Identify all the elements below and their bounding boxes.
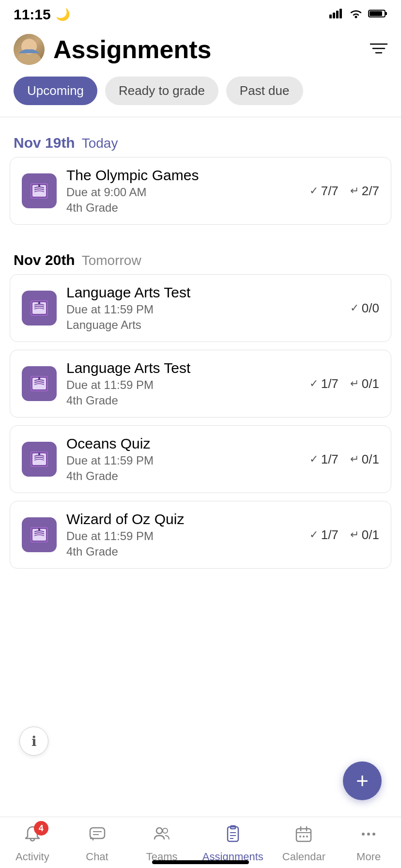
return-icon-oceans: ↵: [350, 453, 359, 465]
svg-rect-24: [38, 377, 40, 380]
assignment-icon-oceans: [22, 442, 57, 477]
nav-icon-wrap-chat: [88, 825, 107, 848]
check-icon-lang-arts-2: ✓: [309, 377, 318, 390]
calendar-icon: [294, 825, 313, 848]
add-assignment-fab[interactable]: +: [343, 761, 382, 800]
tab-upcoming[interactable]: Upcoming: [14, 77, 97, 105]
assignment-icon-lang-arts-1: [22, 291, 57, 326]
check-stat-wizard: ✓ 1/7: [309, 527, 339, 542]
check-icon-olympic: ✓: [309, 185, 318, 197]
filter-icon[interactable]: [370, 41, 387, 59]
section-nov20-header: Nov 20th Tomorrow: [0, 244, 401, 274]
nav-icon-wrap-activity: 4: [23, 825, 42, 848]
nav-icon-wrap-assignments: [224, 825, 242, 848]
assignment-title-lang-arts-1: Language Arts Test: [66, 284, 340, 301]
assignment-stats-lang-arts-2: ✓ 1/7 ↵ 0/1: [309, 376, 379, 391]
home-indicator: [152, 860, 249, 864]
svg-rect-1: [333, 13, 335, 18]
more-icon: [359, 825, 378, 848]
svg-point-50: [362, 833, 365, 836]
return-value-oceans: 0/1: [362, 452, 379, 467]
status-time: 11:15: [14, 6, 51, 23]
return-icon-olympic: ↵: [350, 185, 359, 197]
assignment-due-olympic: Due at 9:00 AM: [66, 186, 300, 199]
check-value-olympic: 7/7: [321, 184, 339, 199]
svg-point-51: [367, 833, 370, 836]
assignments-icon: [224, 825, 242, 848]
assignment-class-lang-arts-1: Language Arts: [66, 318, 340, 332]
assignment-card-lang-arts-2[interactable]: Language Arts Test Due at 11:59 PM 4th G…: [10, 350, 391, 418]
assignment-stats-lang-arts-1: ✓ 0/0: [350, 301, 379, 316]
assignment-title-lang-arts-2: Language Arts Test: [66, 360, 300, 376]
check-value-lang-arts-1: 0/0: [362, 301, 379, 316]
assignment-info-lang-arts-2: Language Arts Test Due at 11:59 PM 4th G…: [66, 360, 300, 407]
assignments-nov19: The Olympic Games Due at 9:00 AM 4th Gra…: [0, 157, 401, 232]
assignment-card-lang-arts-1[interactable]: Language Arts Test Due at 11:59 PM Langu…: [10, 274, 391, 342]
plus-icon: +: [356, 770, 369, 791]
assignment-stats-olympic: ✓ 7/7 ↵ 2/7: [309, 184, 379, 199]
assignment-icon-olympic: [22, 173, 57, 208]
return-stat-oceans: ↵ 0/1: [350, 452, 379, 467]
check-stat-lang-arts-1: ✓ 0/0: [350, 301, 379, 316]
svg-rect-7: [370, 11, 382, 16]
assignment-info-olympic: The Olympic Games Due at 9:00 AM 4th Gra…: [66, 167, 300, 215]
assignment-stats-wizard: ✓ 1/7 ↵ 0/1: [309, 527, 379, 542]
assignment-title-oceans: Oceans Quiz: [66, 435, 300, 452]
assignment-card-olympic-games[interactable]: The Olympic Games Due at 9:00 AM 4th Gra…: [10, 157, 391, 225]
status-icons: [329, 8, 387, 21]
assignment-info-lang-arts-1: Language Arts Test Due at 11:59 PM Langu…: [66, 284, 340, 332]
status-bar: 11:15 🌙: [0, 0, 401, 26]
section-nov19-label: Today: [82, 136, 118, 151]
chat-icon: [88, 825, 107, 848]
assignment-card-wizard-quiz[interactable]: Wizard of Oz Quiz Due at 11:59 PM 4th Gr…: [10, 501, 391, 569]
svg-rect-28: [38, 452, 40, 455]
assignment-card-oceans-quiz[interactable]: Oceans Quiz Due at 11:59 PM 4th Grade ✓ …: [10, 425, 391, 493]
return-value-wizard: 0/1: [362, 527, 379, 542]
svg-rect-16: [38, 184, 40, 187]
assignment-stats-oceans: ✓ 1/7 ↵ 0/1: [309, 452, 379, 467]
header-left: Assignments: [14, 34, 212, 65]
tab-past-due[interactable]: Past due: [226, 77, 303, 105]
nav-icon-wrap-more: [359, 825, 378, 848]
nav-label-more: More: [356, 851, 381, 863]
check-stat-lang-arts-2: ✓ 1/7: [309, 376, 339, 391]
svg-point-52: [372, 833, 375, 836]
moon-icon: 🌙: [56, 8, 70, 21]
assignment-class-lang-arts-2: 4th Grade: [66, 394, 300, 407]
section-nov19-date: Nov 19th: [14, 135, 75, 151]
nav-label-calendar: Calendar: [282, 851, 325, 863]
check-value-lang-arts-2: 1/7: [321, 376, 339, 391]
return-stat-olympic: ↵ 2/7: [350, 184, 379, 199]
nav-item-more[interactable]: More: [344, 825, 393, 863]
section-nov19-header: Nov 19th Today: [0, 127, 401, 157]
nav-item-assignments[interactable]: Assignments: [202, 825, 263, 863]
assignment-due-lang-arts-1: Due at 11:59 PM: [66, 303, 340, 316]
info-button[interactable]: ℹ: [19, 727, 48, 756]
svg-point-49: [306, 836, 308, 837]
assignment-icon-lang-arts-2: [22, 366, 57, 401]
page-title: Assignments: [53, 35, 212, 64]
assignments-nov20: Language Arts Test Due at 11:59 PM Langu…: [0, 274, 401, 576]
teams-icon: [153, 825, 171, 848]
activity-badge: 4: [34, 821, 48, 836]
assignment-info-wizard: Wizard of Oz Quiz Due at 11:59 PM 4th Gr…: [66, 511, 300, 558]
page-header: Assignments: [0, 26, 401, 73]
svg-rect-32: [38, 528, 40, 531]
nav-item-teams[interactable]: Teams: [138, 825, 186, 863]
assignment-title-wizard: Wizard of Oz Quiz: [66, 511, 300, 527]
check-icon-wizard: ✓: [309, 528, 318, 541]
svg-rect-6: [385, 12, 387, 15]
nav-icon-wrap-teams: [153, 825, 171, 848]
svg-point-37: [163, 828, 168, 833]
header-divider: [0, 117, 401, 117]
svg-rect-2: [336, 11, 339, 18]
nav-item-calendar[interactable]: Calendar: [279, 825, 328, 863]
svg-point-4: [355, 16, 357, 18]
tab-ready-to-grade[interactable]: Ready to grade: [105, 77, 218, 105]
assignment-info-oceans: Oceans Quiz Due at 11:59 PM 4th Grade: [66, 435, 300, 483]
nav-item-activity[interactable]: 4 Activity: [8, 825, 57, 863]
check-stat-oceans: ✓ 1/7: [309, 452, 339, 467]
svg-rect-43: [296, 829, 311, 841]
avatar[interactable]: [14, 34, 45, 65]
nav-item-chat[interactable]: Chat: [73, 825, 122, 863]
